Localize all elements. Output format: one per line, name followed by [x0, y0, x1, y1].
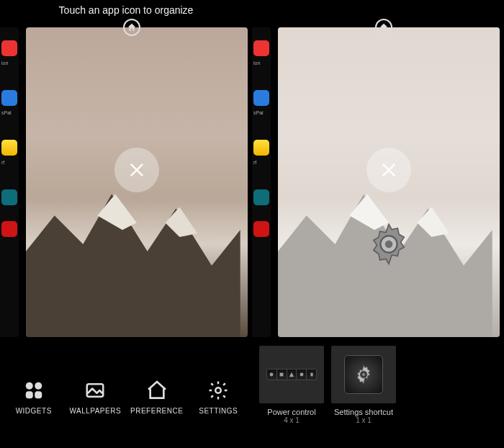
- remove-page-button[interactable]: [366, 148, 411, 192]
- toolbar-label: WIDGETS: [16, 407, 52, 415]
- app-label: sPal: [253, 110, 271, 115]
- svg-point-24: [362, 373, 366, 377]
- dual-screenshot-viewport: Touch an app icon to organize ion sPal r…: [0, 0, 504, 448]
- svg-point-21: [300, 373, 303, 377]
- home-page-preview[interactable]: [26, 27, 248, 337]
- remove-page-button[interactable]: [114, 148, 159, 192]
- app-label: rf: [253, 160, 271, 165]
- close-icon: [379, 160, 399, 180]
- widget-thumb: [331, 346, 396, 403]
- settings-shortcut-preview: [344, 355, 383, 394]
- power-control-preview: [266, 369, 317, 380]
- widget-size: 4 x 1: [284, 416, 300, 424]
- home-badge-icon[interactable]: [375, 19, 392, 36]
- right-pane: ion sPal rf: [252, 0, 504, 448]
- app-icon[interactable]: [1, 140, 17, 156]
- svg-rect-22: [310, 373, 312, 377]
- svg-marker-0: [26, 194, 240, 337]
- home-page-preview-selected[interactable]: [278, 27, 500, 337]
- app-icon[interactable]: [253, 189, 269, 205]
- svg-point-6: [35, 382, 42, 389]
- svg-point-5: [26, 382, 33, 389]
- widget-tile-settings-shortcut[interactable]: Settings shortcut 1 x 1: [331, 346, 396, 436]
- widget-thumb: [259, 346, 324, 403]
- page-carousel[interactable]: ion sPal rf: [252, 27, 504, 337]
- app-icon[interactable]: [1, 90, 17, 106]
- widget-picker[interactable]: Power control 4 x 1 Settings shortcut 1 …: [259, 346, 497, 436]
- svg-point-10: [216, 387, 222, 393]
- widgets-button[interactable]: WIDGETS: [5, 378, 63, 415]
- previous-page-sliver[interactable]: ion sPal rf: [252, 27, 271, 337]
- app-icon[interactable]: [253, 221, 269, 237]
- home-icon: [127, 22, 137, 32]
- widget-name: Power control: [267, 408, 315, 416]
- widget-name: Settings shortcut: [334, 408, 393, 416]
- toolbar-label: PREFERENCE: [130, 407, 183, 415]
- home-icon: [379, 22, 389, 32]
- left-pane: Touch an app icon to organize ion sPal r…: [0, 0, 252, 448]
- svg-rect-19: [280, 373, 284, 377]
- app-icon[interactable]: [1, 40, 17, 56]
- app-icon[interactable]: [1, 189, 17, 205]
- toolbar-label: WALLPAPERS: [69, 407, 121, 415]
- svg-point-18: [270, 373, 274, 377]
- widget-size: 1 x 1: [356, 416, 372, 424]
- page-carousel[interactable]: ion sPal rf: [0, 27, 252, 337]
- app-icon[interactable]: [253, 40, 269, 56]
- close-icon: [127, 160, 147, 180]
- settings-button[interactable]: SETTINGS: [189, 378, 247, 415]
- settings-icon: [206, 378, 230, 403]
- app-icon[interactable]: [253, 90, 269, 106]
- home-badge-icon[interactable]: [123, 19, 140, 36]
- widget-tile-power-control[interactable]: Power control 4 x 1: [259, 346, 324, 436]
- app-label: rf: [1, 160, 19, 165]
- svg-rect-8: [35, 391, 42, 398]
- wallpapers-button[interactable]: WALLPAPERS: [66, 378, 124, 415]
- wallpapers-icon: [83, 378, 107, 403]
- instruction-text: Touch an app icon to organize: [0, 4, 252, 16]
- dragged-widget-gear[interactable]: [365, 220, 413, 268]
- app-icon[interactable]: [1, 221, 17, 237]
- editor-toolbar: WIDGETS WALLPAPERS PREFERENCE SETTINGS: [0, 353, 252, 439]
- app-icon[interactable]: [253, 140, 269, 156]
- preference-icon: [145, 378, 169, 403]
- svg-marker-20: [289, 372, 294, 377]
- widgets-icon: [22, 378, 46, 403]
- preference-button[interactable]: PREFERENCE: [128, 378, 186, 415]
- app-label: ion: [253, 61, 271, 66]
- svg-point-17: [385, 241, 392, 248]
- toolbar-label: SETTINGS: [199, 407, 238, 415]
- app-label: sPal: [1, 110, 19, 115]
- previous-page-sliver[interactable]: ion sPal rf: [0, 27, 19, 337]
- svg-rect-7: [26, 391, 33, 398]
- app-label: ion: [1, 61, 19, 66]
